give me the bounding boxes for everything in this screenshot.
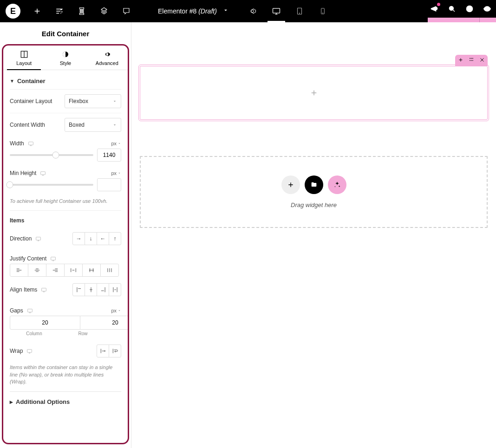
gaps-label: Gaps bbox=[10, 307, 33, 314]
wrap-nowrap[interactable] bbox=[97, 344, 109, 357]
responsive-switcher bbox=[265, 0, 334, 22]
justify-space-around[interactable] bbox=[82, 264, 101, 277]
whats-new-icon[interactable] bbox=[425, 0, 443, 18]
desktop-device-button[interactable] bbox=[265, 0, 288, 22]
svg-point-20 bbox=[472, 58, 473, 59]
svg-point-23 bbox=[472, 60, 473, 61]
tablet-device-button[interactable] bbox=[288, 0, 311, 22]
gap-row-caption: Row bbox=[59, 330, 107, 336]
gaps-unit-select[interactable]: px bbox=[111, 308, 121, 313]
align-start[interactable] bbox=[72, 283, 85, 296]
add-element-icon[interactable] bbox=[26, 0, 48, 22]
gap-column-input[interactable] bbox=[10, 316, 80, 330]
width-label: Width bbox=[10, 140, 34, 147]
width-slider[interactable] bbox=[10, 154, 93, 156]
justify-choices bbox=[10, 264, 121, 277]
min-height-unit-select[interactable]: px bbox=[111, 170, 121, 176]
mobile-device-button[interactable] bbox=[311, 0, 334, 22]
add-widget-button[interactable] bbox=[281, 175, 300, 194]
svg-rect-11 bbox=[28, 142, 33, 145]
container-layout-select[interactable]: Flexbox bbox=[65, 94, 121, 108]
editor-sidebar: Edit Container Layout Style Advanced ▼Co… bbox=[0, 22, 131, 448]
ai-button[interactable] bbox=[328, 175, 346, 194]
align-items-label: Align Items bbox=[10, 286, 47, 293]
close-icon[interactable] bbox=[479, 56, 485, 65]
svg-point-22 bbox=[471, 60, 472, 61]
direction-choices: → ↓ ← ↑ bbox=[72, 232, 121, 245]
min-height-label: Min Height bbox=[10, 170, 46, 176]
preview-icon[interactable] bbox=[478, 0, 496, 18]
site-settings-icon[interactable] bbox=[48, 0, 71, 22]
direction-label: Direction bbox=[10, 235, 41, 242]
align-end[interactable] bbox=[97, 283, 109, 296]
justify-space-evenly[interactable] bbox=[100, 264, 119, 277]
svg-point-2 bbox=[299, 13, 300, 13]
drag-handle-icon[interactable] bbox=[468, 56, 475, 65]
min-height-slider[interactable] bbox=[10, 184, 93, 186]
add-icon[interactable] bbox=[310, 89, 318, 97]
drop-area[interactable]: Drag widget here bbox=[140, 156, 488, 228]
justify-label: Justify Content bbox=[10, 255, 56, 262]
tab-layout[interactable]: Layout bbox=[3, 45, 45, 70]
gap-row-input[interactable] bbox=[80, 316, 128, 330]
svg-point-5 bbox=[449, 6, 453, 10]
section-container-toggle[interactable]: ▼Container bbox=[10, 70, 121, 89]
svg-rect-0 bbox=[273, 8, 280, 13]
align-center[interactable] bbox=[85, 283, 97, 296]
page-settings-icon[interactable] bbox=[241, 0, 263, 22]
structure-icon[interactable] bbox=[71, 0, 93, 22]
svg-point-8 bbox=[486, 8, 489, 10]
tab-style[interactable]: Style bbox=[45, 45, 86, 70]
document-title: Elementor #8 (Draft) bbox=[158, 7, 217, 15]
svg-rect-12 bbox=[41, 171, 46, 175]
align-choices bbox=[72, 283, 121, 296]
tab-advanced[interactable]: Advanced bbox=[86, 45, 128, 70]
svg-point-19 bbox=[471, 58, 472, 59]
svg-rect-14 bbox=[51, 257, 56, 260]
wrap-hint: Items within the container can stay in a… bbox=[10, 362, 121, 391]
content-width-label: Content Width bbox=[10, 122, 45, 128]
chevron-down-icon[interactable] bbox=[222, 7, 229, 15]
template-library-button[interactable] bbox=[305, 175, 323, 194]
items-subheader: Items bbox=[10, 210, 121, 227]
elementor-logo[interactable]: E bbox=[6, 4, 20, 19]
width-input[interactable] bbox=[97, 149, 121, 162]
svg-rect-17 bbox=[27, 350, 32, 353]
svg-point-7 bbox=[469, 10, 470, 11]
svg-rect-15 bbox=[42, 288, 46, 292]
additional-options-toggle[interactable]: ▸Additional Options bbox=[10, 391, 121, 412]
add-section-icon[interactable] bbox=[458, 56, 463, 65]
justify-center[interactable] bbox=[28, 264, 46, 277]
history-icon[interactable] bbox=[93, 0, 115, 22]
content-width-select[interactable]: Boxed bbox=[65, 118, 121, 132]
gap-column-caption: Column bbox=[10, 330, 59, 336]
svg-rect-13 bbox=[36, 237, 41, 240]
direction-column-reverse[interactable]: ↑ bbox=[109, 232, 121, 245]
justify-space-between[interactable] bbox=[64, 264, 83, 277]
direction-column[interactable]: ↓ bbox=[85, 232, 97, 245]
min-height-input[interactable] bbox=[97, 178, 121, 191]
svg-point-4 bbox=[323, 13, 323, 13]
justify-start[interactable] bbox=[10, 264, 28, 277]
canvas[interactable]: Drag widget here bbox=[131, 22, 496, 448]
notes-icon[interactable] bbox=[115, 0, 137, 22]
selected-container[interactable] bbox=[140, 66, 488, 120]
svg-rect-16 bbox=[27, 309, 32, 312]
wrap-label: Wrap bbox=[10, 348, 33, 354]
help-icon[interactable] bbox=[461, 0, 478, 18]
svg-point-18 bbox=[470, 58, 470, 59]
direction-row[interactable]: → bbox=[72, 232, 85, 245]
wrap-wrap[interactable] bbox=[109, 344, 121, 357]
container-layout-label: Container Layout bbox=[10, 98, 52, 104]
finder-icon[interactable] bbox=[443, 0, 461, 18]
svg-point-21 bbox=[470, 60, 470, 61]
width-unit-select[interactable]: px bbox=[111, 141, 121, 146]
drop-text: Drag widget here bbox=[291, 201, 337, 208]
top-bar: E Elementor #8 (Draft) Publish bbox=[0, 0, 496, 22]
direction-row-reverse[interactable]: ← bbox=[97, 232, 109, 245]
min-height-hint: To achieve full height Container use 100… bbox=[10, 196, 121, 210]
element-handle[interactable] bbox=[455, 55, 488, 66]
align-stretch[interactable] bbox=[109, 283, 121, 296]
justify-end[interactable] bbox=[46, 264, 65, 277]
panel-tabs: Layout Style Advanced bbox=[3, 45, 128, 70]
